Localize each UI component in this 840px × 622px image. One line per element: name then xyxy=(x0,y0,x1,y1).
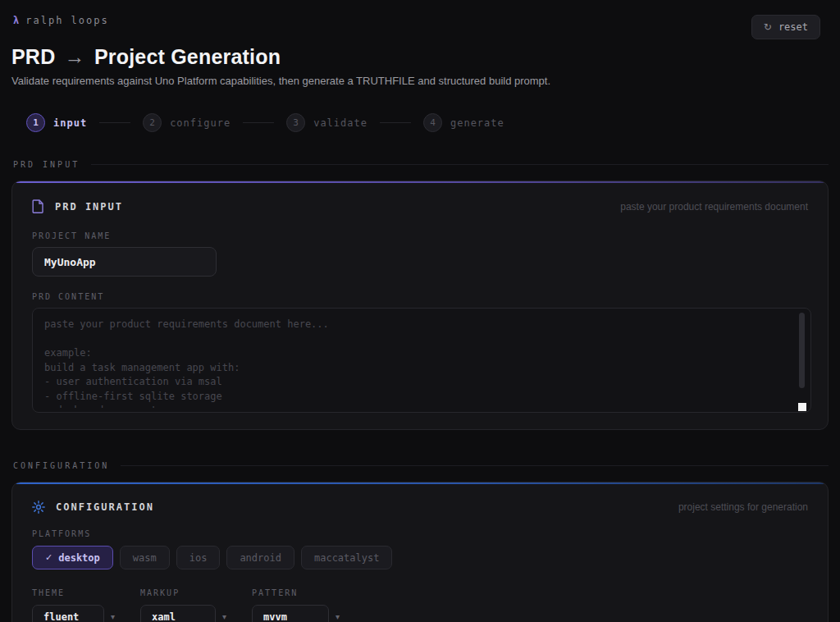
platform-desktop-button[interactable]: ✓ desktop xyxy=(32,546,113,569)
prd-input-card-title: PRD INPUT xyxy=(55,201,123,213)
divider xyxy=(121,465,829,466)
gear-icon xyxy=(32,501,45,514)
markup-label: MARKUP xyxy=(140,588,226,597)
pattern-select[interactable]: mvvm xyxy=(252,605,329,622)
page-subtitle: Validate requirements against Uno Platfo… xyxy=(11,75,829,87)
prd-input-section-header: PRD INPUT xyxy=(11,160,829,169)
step-input-number: 1 xyxy=(26,113,45,132)
step-configure-label: configure xyxy=(170,117,231,129)
configuration-card-header: CONFIGURATION project settings for gener… xyxy=(32,501,808,514)
platform-maccatalyst-label: maccatalyst xyxy=(314,552,379,564)
document-icon xyxy=(32,199,44,213)
configuration-card-title: CONFIGURATION xyxy=(56,501,154,513)
check-icon: ✓ xyxy=(45,552,52,563)
prd-content-textarea[interactable] xyxy=(32,308,811,413)
divider xyxy=(91,164,829,165)
chevron-down-icon: ▾ xyxy=(222,612,226,621)
page: λ ralph loops ↻ reset PRD → Project Gene… xyxy=(0,0,840,622)
platforms-label: PLATFORMS xyxy=(32,529,808,538)
step-input-label: input xyxy=(53,117,87,129)
pattern-label: PATTERN xyxy=(252,588,340,597)
prd-input-card-hint: paste your product requirements document xyxy=(620,201,808,213)
step-generate-number: 4 xyxy=(423,113,442,132)
title-prefix: PRD xyxy=(11,45,55,68)
step-connector xyxy=(243,122,274,123)
project-name-input[interactable] xyxy=(32,247,217,277)
theme-label: THEME xyxy=(32,588,115,597)
reset-button[interactable]: ↻ reset xyxy=(751,15,820,39)
step-validate-label: validate xyxy=(313,117,368,129)
step-validate-number: 3 xyxy=(286,113,305,132)
chevron-down-icon: ▾ xyxy=(111,612,115,621)
configuration-card: CONFIGURATION project settings for gener… xyxy=(11,482,829,622)
project-name-label: PROJECT NAME xyxy=(32,231,808,240)
topbar: λ ralph loops ↻ reset xyxy=(11,15,829,39)
prd-input-card: PRD INPUT paste your product requirement… xyxy=(11,181,829,430)
configuration-card-hint: project settings for generation xyxy=(678,501,808,513)
step-connector xyxy=(99,122,130,123)
stepper: 1 input 2 configure 3 validate 4 generat… xyxy=(26,113,829,132)
selects-row: THEME fluent ▾ MARKUP xaml ▾ PATTERN mvv… xyxy=(32,588,808,622)
prd-input-section-label: PRD INPUT xyxy=(11,160,80,169)
configuration-section-header: CONFIGURATION xyxy=(11,461,829,470)
refresh-icon: ↻ xyxy=(764,21,772,33)
logo-text: ralph loops xyxy=(25,15,108,26)
title-suffix: Project Generation xyxy=(94,45,281,68)
platform-android-button[interactable]: android xyxy=(226,546,294,569)
arrow-icon: → xyxy=(62,45,89,68)
platforms-group: ✓ desktop wasm ios android maccatalyst xyxy=(32,546,808,569)
textarea-resize-handle[interactable] xyxy=(798,403,806,411)
platform-maccatalyst-button[interactable]: maccatalyst xyxy=(301,546,392,569)
markup-field: MARKUP xaml ▾ xyxy=(140,588,226,622)
step-input[interactable]: 1 input xyxy=(26,113,87,132)
platform-ios-label: ios xyxy=(189,552,208,564)
theme-field: THEME fluent ▾ xyxy=(32,588,115,622)
pattern-field: PATTERN mvvm ▾ xyxy=(252,588,340,622)
platform-ios-button[interactable]: ios xyxy=(176,546,221,569)
platform-wasm-button[interactable]: wasm xyxy=(120,546,170,569)
chevron-down-icon: ▾ xyxy=(336,612,340,621)
lambda-icon: λ xyxy=(13,15,19,26)
step-validate[interactable]: 3 validate xyxy=(286,113,368,132)
step-configure-number: 2 xyxy=(143,113,162,132)
step-configure[interactable]: 2 configure xyxy=(143,113,231,132)
step-generate[interactable]: 4 generate xyxy=(423,113,504,132)
step-generate-label: generate xyxy=(450,117,504,129)
textarea-scrollbar[interactable] xyxy=(799,313,805,388)
markup-select[interactable]: xaml xyxy=(140,605,216,622)
theme-select[interactable]: fluent xyxy=(32,605,104,622)
page-title: PRD → Project Generation xyxy=(11,45,829,69)
reset-button-label: reset xyxy=(778,21,808,33)
platform-desktop-label: desktop xyxy=(58,552,100,564)
app-logo: λ ralph loops xyxy=(11,15,109,26)
platform-wasm-label: wasm xyxy=(133,552,157,564)
step-connector xyxy=(380,122,411,123)
prd-content-label: PRD CONTENT xyxy=(32,292,808,301)
configuration-section-label: CONFIGURATION xyxy=(11,461,109,470)
prd-content-wrap: paste your product requirements document… xyxy=(32,308,808,413)
platform-android-label: android xyxy=(240,552,281,564)
prd-input-card-header: PRD INPUT paste your product requirement… xyxy=(32,199,808,213)
